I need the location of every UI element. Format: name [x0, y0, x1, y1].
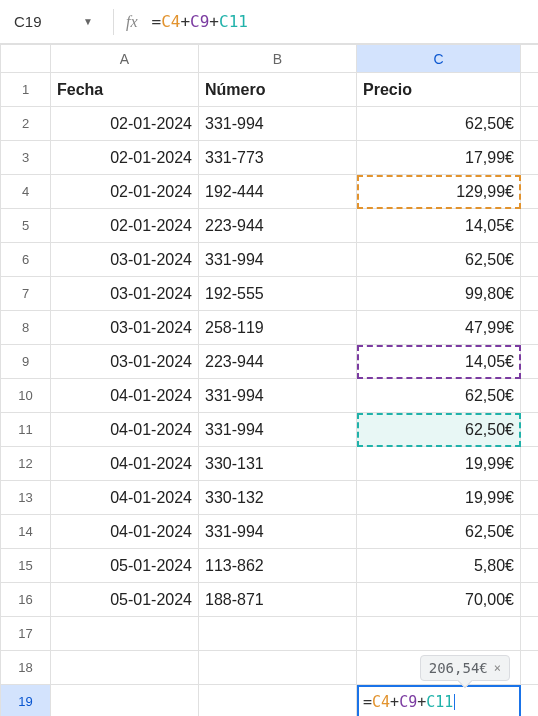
cell[interactable]: 5,80€	[357, 549, 521, 583]
cell[interactable]	[521, 549, 539, 583]
cell[interactable]: 258-119	[199, 311, 357, 345]
cell[interactable]: 05-01-2024	[51, 583, 199, 617]
cell[interactable]	[51, 617, 199, 651]
cell[interactable]: 62,50€	[357, 107, 521, 141]
close-icon[interactable]: ×	[494, 661, 501, 675]
cell[interactable]	[51, 685, 199, 717]
cell[interactable]: 192-555	[199, 277, 357, 311]
cell[interactable]: 331-994	[199, 107, 357, 141]
cell[interactable]: 330-132	[199, 481, 357, 515]
row-header[interactable]: 17	[1, 617, 51, 651]
cell[interactable]: 70,00€	[357, 583, 521, 617]
row-header[interactable]: 5	[1, 209, 51, 243]
cell[interactable]: 04-01-2024	[51, 515, 199, 549]
cell[interactable]: 02-01-2024	[51, 175, 199, 209]
cell[interactable]: 331-994	[199, 515, 357, 549]
cell[interactable]	[521, 243, 539, 277]
cell[interactable]	[521, 651, 539, 685]
cell[interactable]: 331-994	[199, 413, 357, 447]
cell[interactable]: 62,50€	[357, 515, 521, 549]
cell[interactable]: 223-944	[199, 209, 357, 243]
cell[interactable]	[521, 515, 539, 549]
cell[interactable]: 17,99€	[357, 141, 521, 175]
cell[interactable]: 02-01-2024	[51, 107, 199, 141]
cell-c11-referenced[interactable]: 62,50€	[357, 413, 521, 447]
cell[interactable]: 223-944	[199, 345, 357, 379]
row-header[interactable]: 16	[1, 583, 51, 617]
row-header[interactable]: 1	[1, 73, 51, 107]
cell[interactable]: 331-994	[199, 243, 357, 277]
cell[interactable]: 331-773	[199, 141, 357, 175]
row-header[interactable]: 10	[1, 379, 51, 413]
col-header-b[interactable]: B	[199, 45, 357, 73]
cell[interactable]: 62,50€	[357, 379, 521, 413]
cell[interactable]: 04-01-2024	[51, 413, 199, 447]
cell[interactable]	[521, 583, 539, 617]
cell[interactable]: 04-01-2024	[51, 447, 199, 481]
cell[interactable]: 99,80€	[357, 277, 521, 311]
cell[interactable]: 19,99€	[357, 481, 521, 515]
cell-b1[interactable]: Número	[199, 73, 357, 107]
cell[interactable]: 03-01-2024	[51, 243, 199, 277]
row-header[interactable]: 12	[1, 447, 51, 481]
col-header-next[interactable]	[521, 45, 539, 73]
cell[interactable]	[521, 209, 539, 243]
cell[interactable]: 05-01-2024	[51, 549, 199, 583]
name-box[interactable]: C19 ▼	[6, 7, 101, 37]
row-header[interactable]: 8	[1, 311, 51, 345]
dropdown-icon[interactable]: ▼	[83, 16, 93, 27]
cell[interactable]: 02-01-2024	[51, 209, 199, 243]
cell[interactable]	[199, 685, 357, 717]
col-header-c[interactable]: C	[357, 45, 521, 73]
formula-bar[interactable]: =C4+C9+C11	[152, 12, 532, 31]
cell[interactable]: 113-862	[199, 549, 357, 583]
row-header[interactable]: 13	[1, 481, 51, 515]
cell[interactable]	[521, 175, 539, 209]
cell[interactable]: 03-01-2024	[51, 277, 199, 311]
row-header[interactable]: 11	[1, 413, 51, 447]
row-header[interactable]: 18	[1, 651, 51, 685]
row-header[interactable]: 3	[1, 141, 51, 175]
cell[interactable]	[199, 617, 357, 651]
row-header[interactable]: 15	[1, 549, 51, 583]
row-header-active[interactable]: 19	[1, 685, 51, 717]
cell[interactable]	[521, 73, 539, 107]
cell[interactable]	[521, 685, 539, 717]
cell[interactable]: 192-444	[199, 175, 357, 209]
cell[interactable]	[521, 617, 539, 651]
cell[interactable]	[357, 617, 521, 651]
row-header[interactable]: 9	[1, 345, 51, 379]
cell[interactable]: 62,50€	[357, 243, 521, 277]
row-header[interactable]: 6	[1, 243, 51, 277]
cell[interactable]: 330-131	[199, 447, 357, 481]
cell[interactable]: 03-01-2024	[51, 311, 199, 345]
cell[interactable]	[521, 413, 539, 447]
cell[interactable]	[521, 447, 539, 481]
cell[interactable]	[521, 107, 539, 141]
select-all-corner[interactable]	[1, 45, 51, 73]
row-header[interactable]: 4	[1, 175, 51, 209]
cell[interactable]	[521, 311, 539, 345]
col-header-a[interactable]: A	[51, 45, 199, 73]
cell[interactable]: 14,05€	[357, 209, 521, 243]
row-header[interactable]: 7	[1, 277, 51, 311]
cell[interactable]: 04-01-2024	[51, 481, 199, 515]
cell[interactable]	[521, 141, 539, 175]
cell[interactable]	[521, 379, 539, 413]
cell[interactable]: 19,99€	[357, 447, 521, 481]
row-header[interactable]: 2	[1, 107, 51, 141]
cell[interactable]: 02-01-2024	[51, 141, 199, 175]
cell[interactable]: 03-01-2024	[51, 345, 199, 379]
active-cell-c19[interactable]: =C4+C9+C11	[357, 685, 521, 717]
cell-a1[interactable]: Fecha	[51, 73, 199, 107]
cell[interactable]	[521, 481, 539, 515]
row-header[interactable]: 14	[1, 515, 51, 549]
cell-c9-referenced[interactable]: 14,05€	[357, 345, 521, 379]
cell[interactable]	[199, 651, 357, 685]
cell[interactable]	[521, 277, 539, 311]
cell-c4-referenced[interactable]: 129,99€	[357, 175, 521, 209]
spreadsheet-grid[interactable]: A B C 1 Fecha Número Precio 202-01-20243…	[0, 44, 538, 716]
fx-icon[interactable]: fx	[126, 13, 138, 31]
cell[interactable]: 04-01-2024	[51, 379, 199, 413]
cell[interactable]: 188-871	[199, 583, 357, 617]
